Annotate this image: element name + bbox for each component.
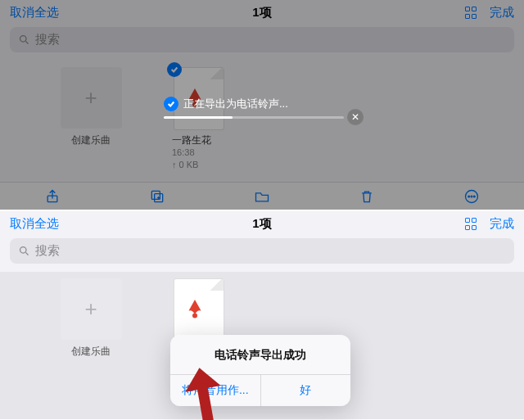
view-grid-icon[interactable] bbox=[465, 218, 478, 231]
cancel-export-button[interactable]: ✕ bbox=[347, 109, 364, 125]
create-song-tile[interactable]: + 创建乐曲 bbox=[57, 278, 124, 359]
hud-check-icon bbox=[164, 97, 178, 111]
search-placeholder: 搜索 bbox=[35, 243, 60, 259]
deselect-all-button[interactable]: 取消全选 bbox=[10, 216, 59, 232]
export-hud: 正在导出为电话铃声... ✕ bbox=[164, 97, 344, 119]
create-song-label: 创建乐曲 bbox=[71, 345, 111, 359]
screen-success: 取消全选 1项 完成 搜索 + 创建乐曲 电话铃声导出成功 将声音用作... 好 bbox=[0, 210, 524, 419]
done-button[interactable]: 完成 bbox=[490, 216, 514, 232]
song-file-icon bbox=[174, 278, 224, 341]
svg-line-11 bbox=[25, 252, 28, 255]
svg-point-10 bbox=[20, 247, 27, 254]
screen-exporting: 取消全选 1项 完成 搜索 + 创建乐曲 一路生花 16:38 ↑ 0 KB bbox=[0, 0, 524, 210]
export-hud-text: 正在导出为电话铃声... bbox=[183, 97, 288, 111]
svg-point-12 bbox=[192, 314, 197, 318]
item-count: 1项 bbox=[252, 216, 271, 232]
export-progress-bar: ✕ bbox=[164, 116, 344, 119]
topbar: 取消全选 1项 完成 bbox=[0, 211, 524, 237]
ok-button[interactable]: 好 bbox=[261, 375, 351, 406]
search-icon bbox=[18, 245, 30, 257]
search-input[interactable]: 搜索 bbox=[10, 238, 514, 264]
plus-icon: + bbox=[84, 296, 97, 322]
